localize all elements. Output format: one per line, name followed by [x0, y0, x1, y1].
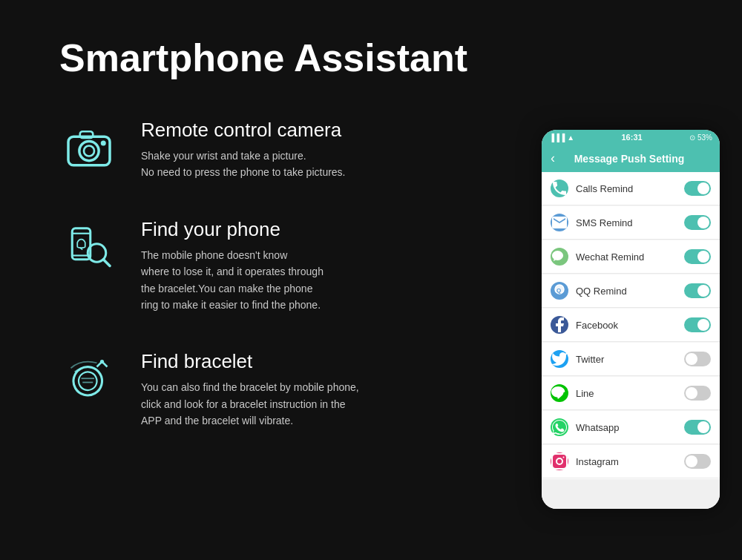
find-bracelet-feature-text: Find bracelet You can also find the brac… [141, 350, 359, 429]
feature-camera: Remote control camera Shake your wrist a… [59, 119, 475, 181]
sms-toggle[interactable] [684, 215, 711, 230]
status-right: ⊙ 53% [689, 134, 712, 142]
svg-rect-3 [80, 131, 93, 138]
features-area: Remote control camera Shake your wrist a… [59, 119, 475, 467]
qq-icon: Q [551, 282, 568, 300]
line-icon [551, 384, 568, 402]
svg-point-13 [100, 360, 104, 363]
feature-find-phone: Find your phone The mobile phone doesn't… [59, 218, 475, 314]
find-bracelet-feature-desc: You can also find the bracelet by mobile… [141, 379, 359, 429]
whatsapp-label: Whatsapp [576, 422, 684, 433]
setting-row-wechat: Wechat Remind [542, 240, 720, 274]
qq-label: QQ Remind [576, 286, 684, 297]
find-phone-icon [59, 218, 119, 277]
battery-percent: 53% [697, 134, 712, 142]
camera-feature-desc: Shake your wrist and take a picture.No n… [141, 148, 346, 181]
calls-icon [551, 179, 568, 197]
camera-icon [59, 119, 119, 178]
svg-point-1 [79, 141, 99, 160]
feature-find-bracelet: Find bracelet You can also find the brac… [59, 350, 475, 429]
setting-row-line: Line [542, 377, 720, 410]
twitter-icon [551, 350, 568, 368]
sms-label: SMS Remind [576, 217, 684, 228]
svg-point-2 [84, 146, 94, 157]
phone-mockup: ▐▐▐ ▲ 16:31 ⊙ 53% ‹ Message Push Setting… [542, 130, 720, 509]
twitter-toggle[interactable] [684, 352, 711, 366]
settings-list: Calls Remind SMS Remind Wechat Remind [542, 172, 720, 478]
svg-point-19 [556, 458, 562, 464]
facebook-toggle[interactable] [684, 317, 711, 332]
line-toggle[interactable] [684, 386, 711, 401]
find-bracelet-feature-title: Find bracelet [141, 350, 359, 373]
wechat-toggle[interactable] [684, 249, 711, 264]
find-bracelet-icon [59, 350, 119, 409]
setting-row-whatsapp: Whatsapp [542, 411, 720, 444]
svg-text:Q: Q [556, 287, 561, 294]
svg-rect-18 [552, 454, 567, 469]
facebook-icon [551, 316, 568, 334]
app-header-title: Message Push Setting [562, 153, 696, 165]
camera-feature-text: Remote control camera Shake your wrist a… [141, 119, 346, 181]
app-header: ‹ Message Push Setting [542, 145, 720, 172]
setting-row-qq: Q QQ Remind [542, 274, 720, 308]
phone-bottom [542, 479, 720, 509]
status-left: ▐▐▐ ▲ [549, 134, 574, 142]
qq-toggle[interactable] [684, 283, 711, 298]
twitter-label: Twitter [576, 354, 684, 365]
find-phone-feature-desc: The mobile phone doesn't knowwhere to lo… [141, 247, 324, 314]
camera-feature-title: Remote control camera [141, 119, 346, 142]
svg-point-12 [76, 369, 100, 393]
wifi-icon: ▲ [567, 134, 574, 142]
instagram-toggle[interactable] [684, 454, 711, 469]
line-label: Line [576, 388, 684, 399]
calls-label: Calls Remind [576, 183, 684, 194]
svg-point-20 [563, 457, 565, 458]
wechat-icon [551, 248, 568, 266]
status-time: 16:31 [622, 133, 643, 142]
setting-row-calls: Calls Remind [542, 172, 720, 205]
signal-icon: ▐▐▐ [549, 134, 565, 142]
sms-icon [551, 214, 568, 231]
instagram-label: Instagram [576, 456, 684, 467]
battery-icon: ⊙ [689, 134, 695, 142]
setting-row-sms: SMS Remind [542, 206, 720, 240]
setting-row-facebook: Facebook [542, 309, 720, 342]
find-phone-feature-text: Find your phone The mobile phone doesn't… [141, 218, 324, 314]
page-title: Smartphone Assistant [59, 36, 467, 80]
svg-point-4 [101, 141, 106, 146]
facebook-label: Facebook [576, 320, 684, 331]
instagram-icon [551, 452, 568, 470]
calls-toggle[interactable] [684, 181, 711, 196]
wechat-label: Wechat Remind [576, 251, 684, 263]
setting-row-twitter: Twitter [542, 343, 720, 376]
whatsapp-icon [551, 418, 568, 436]
status-bar: ▐▐▐ ▲ 16:31 ⊙ 53% [542, 130, 720, 145]
svg-line-9 [103, 260, 110, 266]
whatsapp-toggle[interactable] [684, 420, 711, 435]
setting-row-instagram: Instagram [542, 445, 720, 478]
find-phone-feature-title: Find your phone [141, 218, 324, 241]
